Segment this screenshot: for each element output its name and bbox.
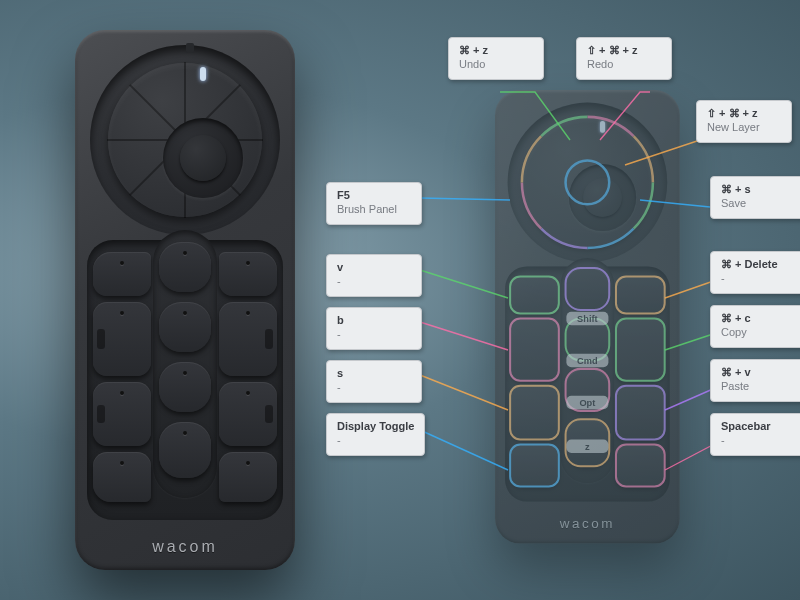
button-right-3[interactable] [219, 382, 277, 446]
center-button-2[interactable] [159, 302, 211, 352]
callout-spacebar[interactable]: Spacebar - [710, 413, 800, 456]
button-left-1[interactable] [93, 252, 151, 296]
callout-v[interactable]: v - [326, 254, 422, 297]
center-button-4[interactable] [159, 422, 211, 478]
callout-redo[interactable]: ⇧ + ⌘ + z Redo [576, 37, 672, 80]
ring-notch [186, 43, 194, 53]
touch-ring[interactable] [108, 63, 262, 217]
button-right-2[interactable] [219, 302, 277, 376]
touch-ring-center-button[interactable] [180, 135, 226, 181]
callout-b[interactable]: b - [326, 307, 422, 350]
button-left-2[interactable] [93, 302, 151, 376]
button-left-3[interactable] [93, 382, 151, 446]
callout-copy[interactable]: ⌘ + c Copy [710, 305, 800, 348]
callout-s[interactable]: s - [326, 360, 422, 403]
expresskey-remote: wacom [75, 30, 295, 570]
brand-logo: wacom [75, 538, 295, 556]
center-column [153, 230, 217, 498]
brand-logo: wacom [495, 517, 680, 532]
center-button-1[interactable] [159, 242, 211, 292]
callout-delete[interactable]: ⌘ + Delete - [710, 251, 800, 294]
expresskey-remote-annotated: wacom [495, 90, 680, 544]
callout-display-toggle[interactable]: Display Toggle - [326, 413, 425, 456]
center-button-3[interactable] [159, 362, 211, 412]
button-right-1[interactable] [219, 252, 277, 296]
callout-save[interactable]: ⌘ + s Save [710, 176, 800, 219]
callout-brush-panel[interactable]: F5 Brush Panel [326, 182, 422, 225]
touch-ring-well [90, 45, 280, 235]
callout-new-layer[interactable]: ⇧ + ⌘ + z New Layer [696, 100, 792, 143]
button-left-4[interactable] [93, 452, 151, 502]
button-right-4[interactable] [219, 452, 277, 502]
callout-undo[interactable]: ⌘ + z Undo [448, 37, 544, 80]
ring-indicator-led [200, 67, 206, 81]
callout-paste[interactable]: ⌘ + v Paste [710, 359, 800, 402]
